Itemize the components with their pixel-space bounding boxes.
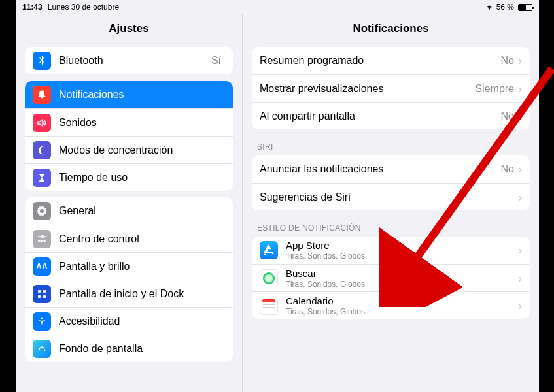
sidebar-item-label: Centro de control: [59, 233, 225, 245]
chevron-right-icon: ›: [518, 163, 522, 175]
sidebar-item-sounds[interactable]: Sonidos: [25, 108, 233, 136]
svg-rect-1: [43, 290, 46, 293]
app-label: Calendario: [286, 295, 518, 306]
sidebar-item-label: Sonidos: [59, 117, 225, 129]
sidebar-item-wallpaper[interactable]: Fondo de pantalla: [25, 335, 233, 362]
svg-rect-0: [38, 290, 41, 293]
row-scheduled-summary[interactable]: Resumen programado No ›: [252, 47, 530, 74]
wifi-icon: [485, 4, 494, 10]
app-row-calendar[interactable]: Calendario Tiras, Sonidos, Globos ›: [252, 291, 530, 319]
sidebar-item-homescreen[interactable]: Pantalla de inicio y el Dock: [25, 280, 233, 307]
row-show-previews[interactable]: Mostrar previsualizaciones Siempre ›: [252, 74, 530, 102]
row-label: Anunciar las notificaciones: [260, 163, 501, 175]
row-label: Mostrar previsualizaciones: [260, 83, 475, 95]
app-row-findmy[interactable]: Buscar Tiras, Sonidos, Globos ›: [252, 264, 530, 291]
sidebar-item-label: Accesibilidad: [59, 316, 225, 327]
sidebar-item-screentime[interactable]: Tiempo de uso: [25, 163, 233, 191]
sidebar-item-accessibility[interactable]: Accesibilidad: [25, 307, 233, 335]
appstore-icon: [260, 241, 278, 259]
app-sublabel: Tiras, Sonidos, Globos: [286, 307, 518, 316]
app-sublabel: Tiras, Sonidos, Globos: [286, 252, 518, 261]
grid-icon: [33, 285, 51, 303]
sidebar-title: Ajustes: [16, 14, 242, 42]
status-bar: 11:43 Lunes 30 de octubre 56 %: [16, 0, 539, 14]
accessibility-icon: [33, 312, 51, 331]
sidebar-item-control-center[interactable]: Centro de control: [25, 225, 233, 252]
sidebar-item-label: Bluetooth: [59, 55, 211, 67]
sidebar-item-label: Pantalla de inicio y el Dock: [59, 288, 225, 300]
sidebar-item-label: Pantalla y brillo: [59, 261, 225, 272]
sidebar-item-notifications[interactable]: Notificaciones: [25, 81, 233, 108]
wallpaper-icon: [33, 340, 51, 358]
sidebar-item-label: General: [59, 205, 225, 217]
moon-icon: [33, 141, 51, 159]
row-value: No: [501, 163, 514, 175]
sidebar-item-label: Modos de concentración: [59, 144, 225, 156]
bell-icon: [33, 86, 51, 104]
sidebar-item-label: Tiempo de uso: [59, 172, 225, 184]
calendar-icon: [260, 297, 278, 315]
row-value: Siempre: [475, 83, 514, 95]
sidebar-item-bluetooth[interactable]: Bluetooth Sí: [25, 47, 233, 74]
speaker-icon: [33, 114, 51, 132]
row-label: Resumen programado: [260, 55, 501, 67]
row-announce-notifications[interactable]: Anunciar las notificaciones No ›: [252, 155, 530, 183]
chevron-right-icon: ›: [518, 272, 522, 284]
status-time: 11:43: [22, 3, 43, 12]
gear-icon: [33, 202, 51, 220]
svg-rect-3: [43, 295, 46, 298]
sidebar-item-label: Notificaciones: [59, 89, 225, 101]
status-date: Lunes 30 de octubre: [48, 3, 119, 12]
sidebar-item-label: Fondo de pantalla: [59, 343, 225, 355]
chevron-right-icon: ›: [518, 55, 522, 67]
sliders-icon: [33, 230, 51, 248]
sidebar-item-general[interactable]: General: [25, 197, 233, 225]
battery-percent: 56 %: [496, 3, 514, 12]
hourglass-icon: [33, 169, 51, 187]
app-label: Buscar: [286, 268, 518, 279]
row-label: Al compartir pantalla: [260, 110, 501, 122]
app-label: App Store: [286, 240, 518, 251]
chevron-right-icon: ›: [518, 244, 522, 256]
section-header-style: ESTILO DE NOTIFICACIÓN: [252, 210, 530, 237]
bluetooth-icon: [33, 52, 51, 70]
app-row-appstore[interactable]: App Store Tiras, Sonidos, Globos ›: [252, 237, 530, 264]
sidebar-item-focus[interactable]: Modos de concentración: [25, 136, 233, 163]
row-screen-sharing[interactable]: Al compartir pantalla No ›: [252, 102, 530, 129]
sidebar-item-value: Sí: [211, 55, 221, 67]
svg-point-4: [41, 317, 43, 319]
chevron-right-icon: ›: [518, 83, 522, 95]
section-header-siri: SIRI: [252, 129, 530, 155]
row-siri-suggestions[interactable]: Sugerencias de Siri ›: [252, 183, 530, 210]
detail-title: Notificaciones: [243, 14, 539, 42]
chevron-right-icon: ›: [518, 110, 522, 122]
chevron-right-icon: ›: [518, 300, 522, 312]
findmy-icon: [260, 269, 278, 287]
sidebar-item-display[interactable]: AA Pantalla y brillo: [25, 252, 233, 280]
svg-rect-2: [38, 295, 41, 298]
battery-icon: [518, 4, 532, 11]
row-value: No: [501, 110, 514, 122]
row-value: No: [501, 55, 514, 67]
text-size-icon: AA: [33, 257, 51, 276]
row-label: Sugerencias de Siri: [260, 191, 518, 203]
chevron-right-icon: ›: [518, 191, 522, 203]
app-sublabel: Tiras, Sonidos, Globos: [286, 280, 518, 289]
